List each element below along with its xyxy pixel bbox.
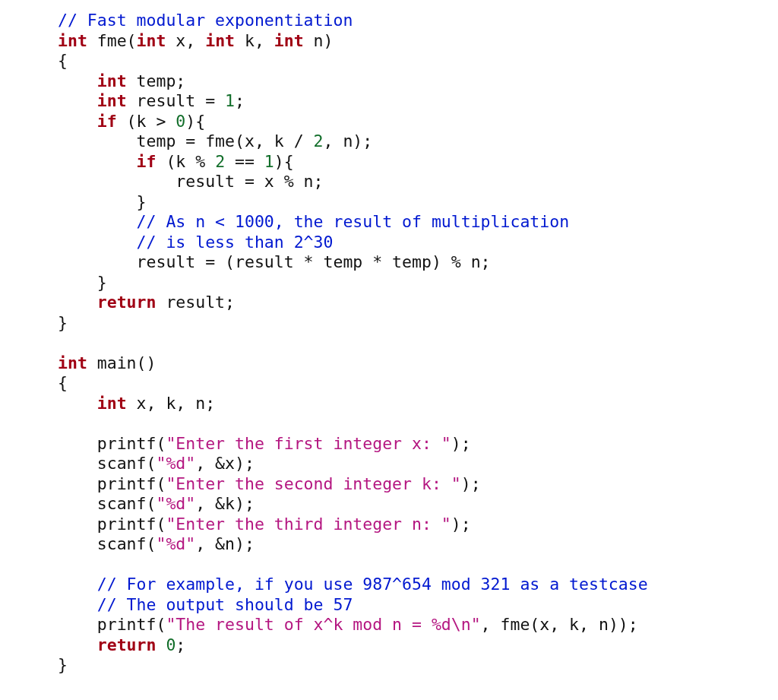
code-token: 2 [215, 152, 225, 171]
code-token: // As n < 1000, the result of multiplica… [137, 212, 570, 231]
code-token: if [137, 152, 157, 171]
code-token: int [58, 353, 87, 372]
code-token: // Fast modular exponentiation [58, 11, 353, 30]
code-token: 0 [176, 112, 185, 131]
code-token: int [97, 91, 127, 110]
code-token: "%d" [156, 534, 195, 553]
code-token: int [137, 31, 166, 50]
code-token: if [97, 112, 117, 131]
code-token: "Enter the first integer x: " [166, 434, 451, 453]
code-token: return [97, 293, 157, 312]
code-token: int [97, 394, 127, 413]
code-block: // Fast modular exponentiation int fme(i… [0, 0, 778, 676]
code-token: // For example, if you use 987^654 mod 3… [97, 575, 648, 594]
code-token: "%d" [156, 494, 195, 513]
code-token: 1 [225, 91, 235, 110]
code-token: int [205, 31, 235, 50]
code-token: 1 [264, 152, 274, 171]
code-token: "Enter the second integer k: " [166, 474, 460, 493]
code-token: // The output should be 57 [97, 595, 353, 614]
code-token: int [58, 31, 87, 50]
code-token: // is less than 2^30 [137, 233, 334, 252]
code-token: "The result of x^k mod n = %d\n" [166, 615, 480, 634]
code-token: return [97, 635, 157, 654]
code-token: int [274, 31, 304, 50]
code-token: 0 [166, 635, 176, 654]
code-token: 2 [314, 131, 324, 150]
code-token: "%d" [156, 454, 195, 473]
code-token: "Enter the third integer n: " [166, 515, 451, 534]
code-token: int [97, 71, 127, 90]
